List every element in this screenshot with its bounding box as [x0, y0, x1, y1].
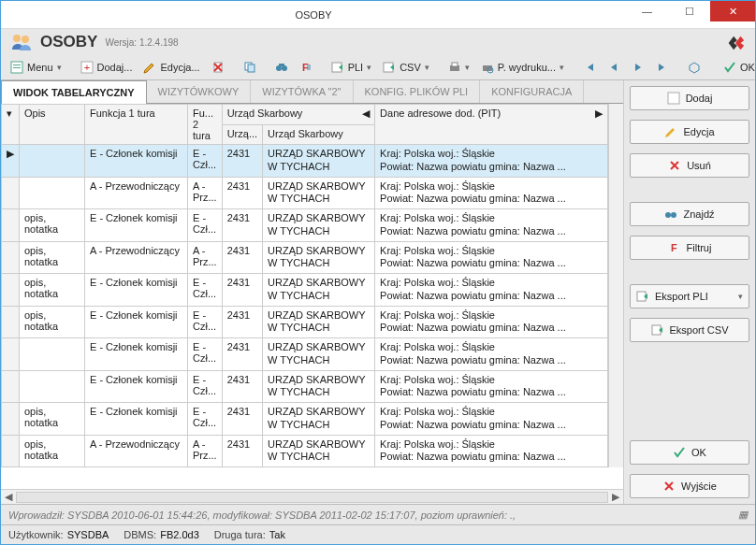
- cell-ucode: 2431: [222, 338, 262, 371]
- cell-opis: [20, 177, 85, 209]
- print-preview-icon: [481, 61, 494, 74]
- side-wyjscie-button[interactable]: Wyjście: [630, 474, 749, 498]
- col-urzad-group[interactable]: Urząd Skarbowy◀: [222, 105, 374, 125]
- col-opis[interactable]: Opis: [20, 105, 85, 145]
- col-fu2[interactable]: Fu... 2 tura: [188, 105, 223, 145]
- row-header[interactable]: ▶: [2, 145, 20, 178]
- cell-fu2: E - Czł...: [188, 209, 223, 242]
- row-header[interactable]: [2, 370, 20, 403]
- horizontal-scrollbar[interactable]: ◀ ▶: [1, 489, 623, 504]
- cell-fu2: E - Czł...: [188, 145, 223, 178]
- side-znajdz-button[interactable]: Znajdź: [630, 202, 749, 226]
- cell-opis: opis, notatka: [20, 209, 85, 242]
- table-row[interactable]: opis, notatkaE - Członek komisjiE - Czł.…: [2, 403, 608, 436]
- row-header[interactable]: [2, 435, 20, 467]
- pli-button[interactable]: PLI▾: [327, 59, 376, 76]
- cell-fu2: A - Prz...: [188, 241, 223, 274]
- row-header[interactable]: [2, 403, 20, 436]
- cell-ucode: 2431: [222, 177, 262, 209]
- window-close-button[interactable]: ✕: [710, 1, 755, 22]
- print-preview-button[interactable]: P. wydruku...▾: [477, 59, 568, 76]
- edycja-button[interactable]: Edycja...: [139, 59, 203, 76]
- table-row[interactable]: E - Członek komisjiE - Czł...2431URZĄD S…: [2, 338, 608, 371]
- nav-last-button[interactable]: [652, 59, 673, 76]
- row-header[interactable]: [2, 177, 20, 209]
- cell-ucode: 2431: [222, 241, 262, 274]
- menu-button[interactable]: Menu▾: [7, 59, 65, 76]
- filter-button[interactable]: F: [296, 59, 316, 76]
- side-ok-button[interactable]: OK: [630, 440, 749, 465]
- ok-toolbar-button[interactable]: OK: [720, 59, 756, 76]
- side-eksport-pli-button[interactable]: Eksport PLI▾: [630, 284, 749, 308]
- table-row[interactable]: opis, notatkaE - Członek komisjiE - Czł.…: [2, 306, 608, 338]
- tab-konfig-pli[interactable]: KONFIG. PLIKÓW PLI: [354, 80, 481, 103]
- dbms-value: FB2.0d3: [160, 529, 199, 540]
- delete-icon: [211, 61, 225, 74]
- side-usun-button[interactable]: Usuń: [630, 153, 749, 178]
- delete-button[interactable]: [208, 59, 228, 76]
- table-row[interactable]: ▶E - Członek komisjiE - Czł...2431URZĄD …: [2, 145, 608, 178]
- side-eksport-csv-button[interactable]: Eksport CSV: [630, 318, 749, 342]
- table-row[interactable]: E - Członek komisjiE - Czł...2431URZĄD S…: [2, 370, 608, 403]
- dodaj-button[interactable]: +Dodaj...: [77, 59, 137, 76]
- nav-first-button[interactable]: [579, 59, 600, 76]
- cell-uname: URZĄD SKARBOWY W TYCHACH: [263, 338, 375, 371]
- table-row[interactable]: opis, notatkaE - Członek komisjiE - Czł.…: [2, 209, 608, 242]
- app-logo-icon: [725, 33, 746, 53]
- print-button[interactable]: ▾: [444, 59, 473, 76]
- side-panel: Dodaj Edycja Usuń Znajdź FFiltruj Ekspor…: [624, 80, 755, 504]
- window-maximize-button[interactable]: ☐: [668, 1, 710, 22]
- csv-button[interactable]: CSV▾: [379, 59, 433, 76]
- cell-dane: Kraj: Polska woj.: ŚląskiePowiat: Nazwa …: [375, 177, 608, 209]
- col-urzad-code[interactable]: Urzą...: [222, 125, 262, 145]
- cell-dane: Kraj: Polska woj.: ŚląskiePowiat: Nazwa …: [375, 435, 608, 467]
- cell-ucode: 2431: [222, 403, 262, 436]
- svg-text:+: +: [83, 62, 89, 73]
- vertical-scrollbar[interactable]: [608, 104, 623, 467]
- cell-ucode: 2431: [222, 274, 262, 307]
- export-pli-icon: [331, 61, 344, 74]
- tab-bar: WIDOK TABELARYCZNY WIZYTÓWKOWY WIZYTÓWKA…: [1, 80, 623, 104]
- tab-wizytowka-2[interactable]: WIZYTÓWKA "2": [251, 80, 353, 103]
- nav-next-button[interactable]: [628, 59, 648, 76]
- col-funkcja1[interactable]: Funkcja 1 tura: [85, 105, 188, 145]
- table-row[interactable]: A - PrzewodniczącyA - Prz...2431URZĄD SK…: [2, 177, 608, 209]
- find-button[interactable]: [271, 59, 292, 76]
- row-header[interactable]: [2, 338, 20, 371]
- binoculars-icon: [275, 61, 288, 74]
- row-header[interactable]: [2, 306, 20, 338]
- app-header: OSOBY Wersja: 1.2.4.198: [1, 29, 755, 55]
- row-header[interactable]: [2, 274, 20, 307]
- col-dane[interactable]: Dane adresowe dod. (PIT)▶: [375, 105, 608, 145]
- col-urzad-name[interactable]: Urząd Skarbowy: [263, 125, 375, 145]
- table-row[interactable]: opis, notatkaA - PrzewodniczącyA - Prz..…: [2, 435, 608, 467]
- cell-dane: Kraj: Polska woj.: ŚląskiePowiat: Nazwa …: [375, 338, 608, 371]
- svg-text:F: F: [671, 242, 677, 253]
- side-edycja-button[interactable]: Edycja: [630, 120, 749, 144]
- tab-widok-tabelaryczny[interactable]: WIDOK TABELARYCZNY: [1, 80, 147, 104]
- data-grid[interactable]: ▾ Opis Funkcja 1 tura Fu... 2 tura Urząd…: [1, 104, 608, 467]
- table-row[interactable]: opis, notatkaA - PrzewodniczącyA - Prz..…: [2, 241, 608, 274]
- nav-prev-button[interactable]: [603, 59, 624, 76]
- side-filtruj-button[interactable]: FFiltruj: [630, 236, 749, 260]
- side-dodaj-button[interactable]: Dodaj: [630, 86, 749, 110]
- cell-opis: [20, 338, 85, 371]
- row-header[interactable]: [2, 241, 20, 274]
- refresh-button[interactable]: [684, 59, 705, 76]
- scroll-left-icon[interactable]: ◀: [1, 491, 16, 503]
- tab-wizytowkowy[interactable]: WIZYTÓWKOWY: [147, 80, 252, 103]
- copy-button[interactable]: [240, 59, 260, 76]
- cell-opis: [20, 145, 85, 178]
- row-header[interactable]: [2, 209, 20, 242]
- last-icon: [656, 61, 669, 74]
- col-expand[interactable]: ▾: [2, 105, 20, 145]
- cell-uname: URZĄD SKARBOWY W TYCHACH: [263, 403, 375, 436]
- tab-konfiguracja[interactable]: KONFIGURACJA: [480, 80, 584, 103]
- svg-rect-12: [279, 64, 284, 66]
- cell-fu2: E - Czł...: [188, 403, 223, 436]
- scroll-right-icon[interactable]: ▶: [608, 491, 623, 503]
- table-row[interactable]: opis, notatkaE - Członek komisjiE - Czł.…: [2, 274, 608, 307]
- cell-funkcja1: E - Członek komisji: [85, 370, 188, 403]
- cell-ucode: 2431: [222, 209, 262, 242]
- window-minimize-button[interactable]: —: [626, 1, 668, 22]
